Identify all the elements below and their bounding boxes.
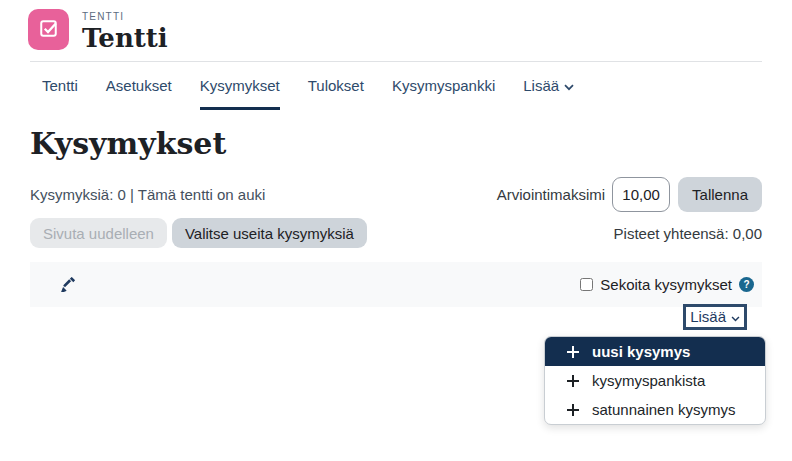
menu-item-label: uusi kysymys <box>592 343 690 360</box>
add-question-trigger[interactable]: Lisää <box>683 304 747 330</box>
question-section-band: Sekoita kysymykset ? <box>30 262 762 307</box>
secondary-navigation: Tentti Asetukset Kysymykset Tulokset Kys… <box>30 62 762 110</box>
menu-item-random-question[interactable]: satunnainen kysymys <box>545 395 765 424</box>
add-question-menu: uusi kysymys kysymyspankista satunnainen… <box>544 336 766 425</box>
left-buttons: Sivuta uudelleen Valitse useita kysymyks… <box>30 218 367 248</box>
shuffle-questions-label[interactable]: Sekoita kysymykset <box>600 276 732 293</box>
menu-item-new-question[interactable]: uusi kysymys <box>545 337 765 366</box>
status-row: Kysymyksiä: 0 | Tämä tentti on auki Arvi… <box>30 177 762 212</box>
menu-item-from-question-bank[interactable]: kysymyspankista <box>545 366 765 395</box>
total-points-text: Pisteet yhteensä: 0,00 <box>614 225 762 242</box>
menu-item-label: satunnainen kysymys <box>592 401 735 418</box>
shuffle-questions-checkbox[interactable] <box>580 278 593 291</box>
max-grade-input[interactable] <box>612 177 670 212</box>
save-button[interactable]: Tallenna <box>678 177 762 212</box>
tab-asetukset[interactable]: Asetukset <box>106 77 172 110</box>
plus-icon <box>567 375 579 387</box>
tab-tulokset[interactable]: Tulokset <box>308 77 364 110</box>
plus-icon <box>567 346 579 358</box>
tab-kysymyspankki[interactable]: Kysymyspankki <box>392 77 495 110</box>
page-title: Kysymykset <box>30 127 762 161</box>
repaginate-button[interactable]: Sivuta uudelleen <box>30 218 167 248</box>
chevron-down-icon <box>564 77 574 94</box>
actions-row: Sivuta uudelleen Valitse useita kysymyks… <box>30 218 762 248</box>
add-question-trigger-label: Lisää <box>690 308 726 325</box>
select-multiple-button[interactable]: Valitse useita kysymyksiä <box>172 218 367 248</box>
checkbox-check-icon <box>39 18 59 42</box>
header-titles: TENTTI Tentti <box>82 9 168 53</box>
add-question-row: Lisää <box>0 304 747 330</box>
menu-item-label: kysymyspankista <box>592 372 705 389</box>
quiz-activity-icon <box>28 9 69 50</box>
max-grade-label: Arviointimaksimi <box>497 186 605 203</box>
tab-lisaa-label: Lisää <box>523 77 559 94</box>
pencil-icon <box>60 280 75 295</box>
question-mark-icon[interactable]: ? <box>739 277 754 292</box>
activity-type-overline: TENTTI <box>82 10 168 23</box>
shuffle-questions-group: Sekoita kysymykset ? <box>580 276 754 293</box>
plus-icon <box>567 404 579 416</box>
edit-heading-button[interactable] <box>58 275 77 294</box>
quiz-summary-text: Kysymyksiä: 0 | Tämä tentti on auki <box>30 186 265 203</box>
chevron-down-icon <box>731 308 740 325</box>
tab-tentti[interactable]: Tentti <box>42 77 78 110</box>
tab-kysymykset[interactable]: Kysymykset <box>200 77 280 110</box>
activity-header: TENTTI Tentti <box>0 0 792 53</box>
activity-title: Tentti <box>82 23 168 53</box>
max-grade-group: Arviointimaksimi Tallenna <box>497 177 762 212</box>
tab-lisaa[interactable]: Lisää <box>523 77 574 110</box>
quiz-edit-page: TENTTI Tentti Tentti Asetukset Kysymykse… <box>0 0 792 461</box>
